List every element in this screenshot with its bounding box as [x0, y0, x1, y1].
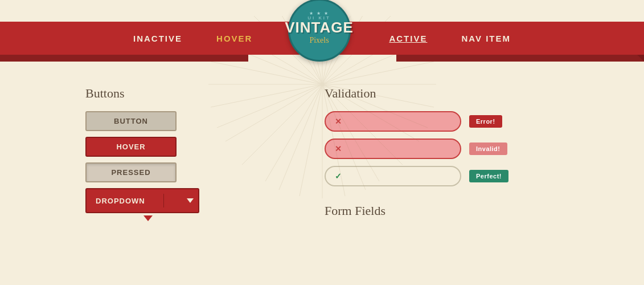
navbar-wrapper: UI Kit VINTAGE Pixels INACTIVE HOVER ACT… [0, 22, 644, 55]
dropdown-caret-icon [187, 198, 194, 203]
btn-dropdown-label: Dropdown [96, 197, 145, 205]
ribbon-left [0, 55, 248, 62]
btn-pressed[interactable]: Pressed [85, 162, 177, 182]
badge-circle: UI Kit VINTAGE Pixels [288, 0, 351, 62]
badge-brand-name: VINTAGE [285, 20, 354, 35]
logo-badge: UI Kit VINTAGE Pixels [288, 0, 356, 67]
ribbon-right [396, 55, 645, 62]
btn-dropdown-wrapper: Dropdown [85, 188, 211, 213]
nav-item-active[interactable]: ACTIVE [389, 34, 427, 43]
nav-item-hover[interactable]: HOVER [216, 34, 252, 43]
nav-item-inactive[interactable]: INACTIVE [133, 34, 182, 43]
page-wrapper: // Will generate in the SVG directly [0, 22, 644, 285]
nav-item-navitem[interactable]: NAV ITEM [461, 34, 511, 43]
dropdown-caret-btn[interactable] [182, 198, 198, 203]
dropdown-divider [163, 194, 164, 207]
badge-uikit-label: UI Kit [307, 15, 331, 21]
dropdown-indicator [143, 215, 153, 221]
btn-dropdown[interactable]: Dropdown [85, 188, 199, 213]
badge-sub-name: Pixels [309, 36, 329, 45]
btn-default[interactable]: Button [85, 111, 177, 131]
btn-hover[interactable]: Hover [85, 137, 177, 157]
